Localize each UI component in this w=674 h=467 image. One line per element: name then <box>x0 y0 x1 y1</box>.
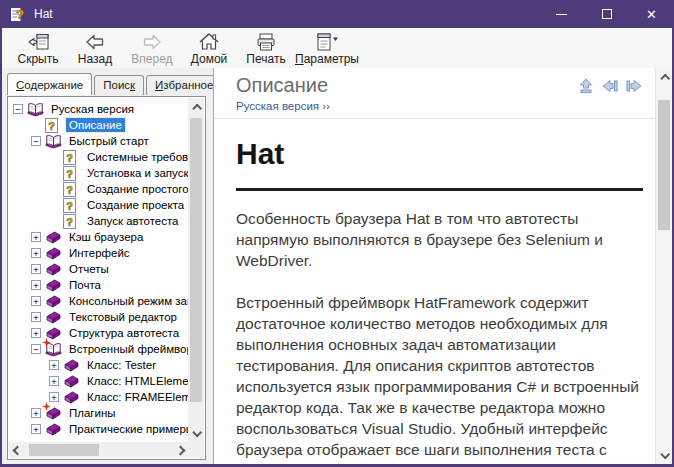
back-button[interactable]: Назад <box>67 29 123 67</box>
tree-item-label[interactable]: Создание простого автотеста <box>84 182 188 196</box>
tree-item[interactable]: +Отчеты <box>9 261 188 277</box>
tree-item[interactable]: ?Создание простого автотеста <box>9 181 188 197</box>
scroll-right-icon[interactable] <box>172 442 188 458</box>
page-question-icon: ? <box>63 214 80 229</box>
window-title: Hat <box>34 7 53 21</box>
expand-icon[interactable]: + <box>31 280 41 290</box>
tree-item[interactable]: +Плагины <box>9 405 188 421</box>
tree-item[interactable]: +Текстовый редактор <box>9 309 188 325</box>
tree-item[interactable]: −Русская версия <box>9 101 188 117</box>
navigation-tabs: Содержание Поиск Избранное <box>7 72 212 95</box>
expand-icon[interactable]: + <box>31 264 41 274</box>
tree-item-label[interactable]: Почта <box>66 278 104 292</box>
tree-vscroll-thumb[interactable] <box>190 118 202 402</box>
tab-contents[interactable]: Содержание <box>7 73 92 95</box>
tree-item-label[interactable]: Плагины <box>66 406 119 420</box>
tree-hscroll-thumb[interactable] <box>29 444 99 456</box>
tree-item[interactable]: −Встроенный фреймворк <box>9 341 188 357</box>
tree-item[interactable]: +Класс: HTMLElement <box>9 373 188 389</box>
expand-icon[interactable]: + <box>31 312 41 322</box>
tree-item[interactable]: ?Создание проекта <box>9 197 188 213</box>
expand-icon[interactable]: + <box>31 328 41 338</box>
page-question-icon: ? <box>63 198 80 213</box>
tree-item[interactable]: +Практические примеры <box>9 421 188 437</box>
print-icon <box>255 31 277 52</box>
content-scroll-thumb[interactable] <box>658 100 670 230</box>
expand-icon[interactable]: + <box>49 360 59 370</box>
expand-icon[interactable]: + <box>31 248 41 258</box>
expand-icon[interactable]: + <box>31 296 41 306</box>
contents-tree: −Русская версия?Описание−Быстрый старт?С… <box>7 96 206 460</box>
tree-item-label[interactable]: Консольный режим запуска <box>66 294 188 308</box>
scroll-down-icon[interactable] <box>656 448 672 464</box>
tree-vertical-scrollbar[interactable] <box>188 98 204 442</box>
tree-item[interactable]: ?Описание <box>9 117 188 133</box>
close-button[interactable]: ✕ <box>629 0 674 28</box>
tree-item[interactable]: +Структура автотеста <box>9 325 188 341</box>
tree-item-label[interactable]: Установка и запуск <box>84 166 188 180</box>
minimize-button[interactable] <box>539 0 584 28</box>
collapse-icon[interactable]: − <box>13 104 23 114</box>
tree-item-label[interactable]: Класс: HTMLElement <box>84 374 188 388</box>
tree-item-label[interactable]: Отчеты <box>66 262 112 276</box>
content-scrollbar[interactable] <box>655 68 672 464</box>
hide-button[interactable]: Скрыть <box>10 29 66 67</box>
scroll-up-icon[interactable] <box>188 98 204 114</box>
hide-button-label: Скрыть <box>18 52 59 66</box>
tree-item[interactable]: +Класс: Tester <box>9 357 188 373</box>
tree-item-label[interactable]: Системные требования <box>84 150 188 164</box>
tree-item-label[interactable]: Запуск автотеста <box>84 214 182 228</box>
book-closed-icon <box>63 358 80 373</box>
maximize-button[interactable] <box>584 0 629 28</box>
tree-item[interactable]: +Класс: FRAMEElement <box>9 389 188 405</box>
tree-view: −Русская версия?Описание−Быстрый старт?С… <box>9 98 188 442</box>
tree-item[interactable]: −Быстрый старт <box>9 133 188 149</box>
nav-previous-icon[interactable] <box>601 77 619 99</box>
scroll-left-icon[interactable] <box>9 442 25 458</box>
tree-item-label[interactable]: Русская версия <box>48 102 137 116</box>
book-closed-icon <box>45 294 62 309</box>
svg-text:?: ? <box>66 167 73 179</box>
tree-item-label[interactable]: Кэш браузера <box>66 230 146 244</box>
tree-item-label[interactable]: Структура автотеста <box>66 326 182 340</box>
collapse-icon[interactable]: − <box>31 136 41 146</box>
tree-item[interactable]: ?Системные требования <box>9 149 188 165</box>
tree-item-label[interactable]: Описание <box>66 118 125 132</box>
book-closed-icon <box>45 406 62 421</box>
tree-item-label[interactable]: Интерфейс <box>66 246 133 260</box>
topic-header: Описание Русская версия ›› <box>214 68 655 119</box>
tree-item-label[interactable]: Класс: Tester <box>84 358 159 372</box>
tree-item-label[interactable]: Встроенный фреймворк <box>66 342 188 356</box>
scroll-up-icon[interactable] <box>656 68 672 84</box>
scroll-down-icon[interactable] <box>188 426 204 442</box>
expand-icon[interactable]: + <box>31 424 41 434</box>
breadcrumb[interactable]: Русская версия ›› <box>236 100 645 112</box>
expand-icon[interactable]: + <box>31 408 41 418</box>
tab-search[interactable]: Поиск <box>94 75 144 95</box>
tree-item-label[interactable]: Практические примеры <box>66 422 188 436</box>
options-button[interactable]: Параметры <box>295 29 359 67</box>
home-button[interactable]: Домой <box>181 29 237 67</box>
collapse-icon[interactable]: − <box>31 344 41 354</box>
expand-icon[interactable]: + <box>49 392 59 402</box>
print-button[interactable]: Печать <box>238 29 294 67</box>
maximize-icon <box>602 9 612 19</box>
tree-item-label[interactable]: Класс: FRAMEElement <box>84 390 188 404</box>
tree-item[interactable]: +Кэш браузера <box>9 229 188 245</box>
expand-icon[interactable]: + <box>31 232 41 242</box>
tree-item[interactable]: ?Установка и запуск <box>9 165 188 181</box>
tree-item[interactable]: +Почта <box>9 277 188 293</box>
tree-item[interactable]: ?Запуск автотеста <box>9 213 188 229</box>
nav-next-icon[interactable] <box>625 77 643 99</box>
tab-favorites[interactable]: Избранное <box>146 75 222 95</box>
expand-icon[interactable]: + <box>49 376 59 386</box>
nav-up-icon[interactable] <box>577 77 595 99</box>
forward-arrow-icon <box>141 31 163 52</box>
tree-item-label[interactable]: Создание проекта <box>84 198 187 212</box>
tree-item[interactable]: +Интерфейс <box>9 245 188 261</box>
tree-item-label[interactable]: Быстрый старт <box>66 134 152 148</box>
tree-item-label[interactable]: Текстовый редактор <box>66 310 180 324</box>
help-file-icon: ? <box>9 6 26 23</box>
tree-item[interactable]: +Консольный режим запуска <box>9 293 188 309</box>
tree-horizontal-scrollbar[interactable] <box>9 442 188 458</box>
